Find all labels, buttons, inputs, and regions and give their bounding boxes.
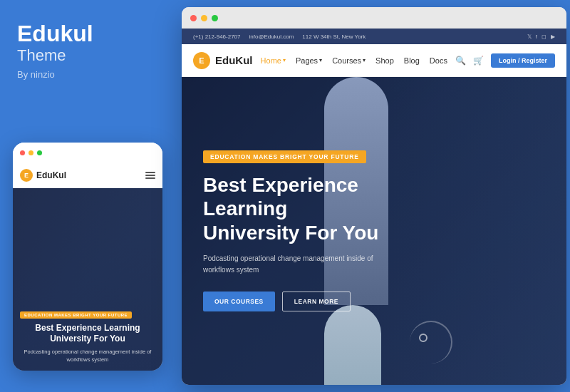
nav-item-blog[interactable]: Blog <box>404 56 420 65</box>
mobile-dot-green <box>37 150 42 155</box>
cart-icon[interactable]: 🛒 <box>473 56 484 66</box>
mobile-dot-red <box>20 150 25 155</box>
mobile-hero-content: EDUCATION MAKES BRIGHT YOUR FUTURE Best … <box>13 299 162 371</box>
mobile-hero: EDUCATION MAKES BRIGHT YOUR FUTURE Best … <box>13 188 162 371</box>
login-register-button[interactable]: Login / Register <box>491 53 555 68</box>
nav-item-pages[interactable]: Pages ▾ <box>296 56 322 65</box>
mobile-dot-yellow <box>28 150 33 155</box>
topbar-left: (+1) 212-946-2707 info@Edukul.com 112 W … <box>193 33 366 40</box>
mobile-logo-area: E EduKul <box>20 169 66 182</box>
browser-mockup: (+1) 212-946-2707 info@Edukul.com 112 W … <box>182 7 566 385</box>
hamburger-icon[interactable] <box>145 172 155 179</box>
brand-title: Edukul <box>17 21 161 46</box>
hero-content: EDUCATION MAKES BRIGHT YOUR FUTURE Best … <box>182 77 395 385</box>
brand-subtitle: Theme <box>17 46 161 65</box>
hero-title: Best Experience Learning University For … <box>203 173 381 245</box>
nav-item-home[interactable]: Home ▾ <box>261 56 286 65</box>
site-logo-icon: E <box>193 52 210 69</box>
mobile-hero-subtext: Podcasting operational change management… <box>20 349 155 363</box>
browser-topbar <box>182 7 566 29</box>
learn-more-button[interactable]: LEARN MORE <box>282 292 351 311</box>
mobile-logo-icon: E <box>20 169 33 182</box>
site-nav: Home ▾ Pages ▾ Courses ▾ Shop Blog Docs <box>261 56 447 65</box>
mobile-hero-headline: Best Experience Learning University For … <box>20 323 155 345</box>
mobile-hero-badge: EDUCATION MAKES BRIGHT YOUR FUTURE <box>20 311 132 319</box>
chevron-down-icon: ▾ <box>319 57 322 63</box>
browser-dot-yellow <box>201 15 207 21</box>
facebook-icon[interactable]: f <box>536 33 537 40</box>
topbar-address: 112 W 34th St, New York <box>302 33 366 40</box>
browser-dot-green <box>212 15 218 21</box>
nav-item-courses[interactable]: Courses ▾ <box>332 56 366 65</box>
mobile-logo-text: EduKul <box>36 170 66 180</box>
search-icon[interactable]: 🔍 <box>455 56 466 66</box>
topbar-phone: (+1) 212-946-2707 <box>193 33 241 40</box>
site-hero: EDUCATION MAKES BRIGHT YOUR FUTURE Best … <box>182 77 566 385</box>
site-topbar: (+1) 212-946-2707 info@Edukul.com 112 W … <box>182 29 566 44</box>
mobile-topbar <box>13 143 162 163</box>
left-panel: Edukul Theme By ninzio E EduKul EDUCATIO… <box>0 0 178 392</box>
youtube-icon[interactable]: ▶ <box>551 33 555 40</box>
nav-item-docs[interactable]: Docs <box>430 56 447 65</box>
hero-subtitle: Podcasting operational change management… <box>203 253 381 276</box>
instagram-icon[interactable]: ◻ <box>542 33 546 40</box>
site-navbar: E EduKul Home ▾ Pages ▾ Courses ▾ Shop B… <box>182 44 566 77</box>
site-logo[interactable]: E EduKul <box>193 52 253 69</box>
site-nav-actions: 🔍 🛒 Login / Register <box>455 53 555 68</box>
topbar-email: info@Edukul.com <box>249 33 294 40</box>
browser-dot-red <box>190 15 197 21</box>
deco-curve <box>410 321 452 363</box>
mobile-mockup: E EduKul EDUCATION MAKES BRIGHT YOUR FUT… <box>13 143 162 371</box>
chevron-down-icon: ▾ <box>363 57 366 63</box>
hero-buttons: OUR COURSES LEARN MORE <box>203 292 381 311</box>
chevron-down-icon: ▾ <box>283 57 286 63</box>
mobile-navbar: E EduKul <box>13 163 162 188</box>
hero-badge: EDUCATION MAKES BRIGHT YOUR FUTURE <box>203 150 366 163</box>
topbar-right: 𝕏 f ◻ ▶ <box>527 33 555 40</box>
twitter-icon[interactable]: 𝕏 <box>527 33 532 40</box>
site-logo-text: EduKul <box>215 54 253 66</box>
nav-item-shop[interactable]: Shop <box>375 56 394 65</box>
brand-by: By ninzio <box>17 69 161 80</box>
our-courses-button[interactable]: OUR COURSES <box>203 292 275 311</box>
